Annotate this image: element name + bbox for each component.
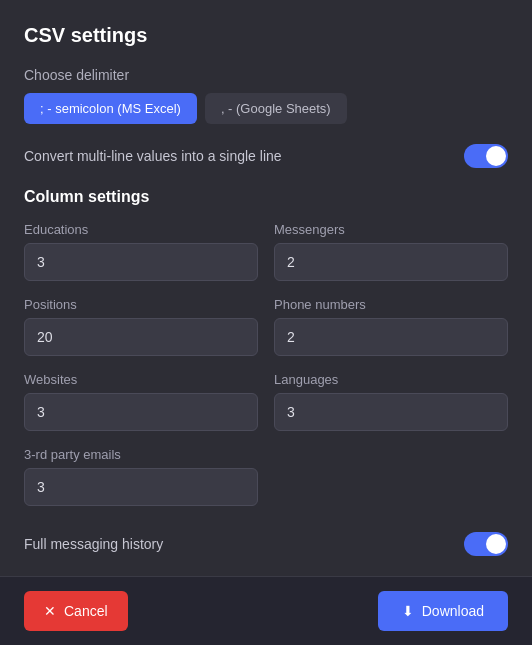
full-messaging-toggle[interactable] (464, 532, 508, 556)
download-label: Download (422, 603, 484, 619)
column-fields-grid: Educations Messengers Positions Phone nu… (24, 222, 508, 506)
download-button[interactable]: ⬇ Download (378, 591, 508, 631)
websites-input[interactable] (24, 393, 258, 431)
semicolon-delimiter-button[interactable]: ; - semicolon (MS Excel) (24, 93, 197, 124)
third-party-emails-field-group: 3-rd party emails (24, 447, 258, 506)
page-title: CSV settings (24, 24, 508, 47)
cancel-icon: ✕ (44, 603, 56, 619)
third-party-emails-label: 3-rd party emails (24, 447, 258, 462)
messengers-input[interactable] (274, 243, 508, 281)
multiline-toggle[interactable] (464, 144, 508, 168)
websites-field-group: Websites (24, 372, 258, 431)
multiline-label: Convert multi-line values into a single … (24, 148, 282, 164)
messengers-label: Messengers (274, 222, 508, 237)
phone-numbers-input[interactable] (274, 318, 508, 356)
campaign-messaging-toggle-row: Campaign messaging history (24, 566, 508, 576)
educations-field-group: Educations (24, 222, 258, 281)
delimiter-section-label: Choose delimiter (24, 67, 508, 83)
full-messaging-label: Full messaging history (24, 536, 163, 552)
educations-input[interactable] (24, 243, 258, 281)
educations-label: Educations (24, 222, 258, 237)
languages-input[interactable] (274, 393, 508, 431)
third-party-emails-input[interactable] (24, 468, 258, 506)
positions-input[interactable] (24, 318, 258, 356)
positions-label: Positions (24, 297, 258, 312)
full-messaging-toggle-row: Full messaging history (24, 522, 508, 566)
cancel-label: Cancel (64, 603, 108, 619)
languages-field-group: Languages (274, 372, 508, 431)
multiline-toggle-row: Convert multi-line values into a single … (24, 144, 508, 168)
websites-label: Websites (24, 372, 258, 387)
messengers-field-group: Messengers (274, 222, 508, 281)
column-settings-title: Column settings (24, 188, 508, 206)
languages-label: Languages (274, 372, 508, 387)
comma-delimiter-button[interactable]: , - (Google Sheets) (205, 93, 347, 124)
messaging-section: Full messaging history Campaign messagin… (24, 522, 508, 576)
phone-numbers-field-group: Phone numbers (274, 297, 508, 356)
footer: ✕ Cancel ⬇ Download (0, 576, 532, 645)
delimiter-buttons: ; - semicolon (MS Excel) , - (Google She… (24, 93, 508, 124)
download-icon: ⬇ (402, 603, 414, 619)
phone-numbers-label: Phone numbers (274, 297, 508, 312)
positions-field-group: Positions (24, 297, 258, 356)
cancel-button[interactable]: ✕ Cancel (24, 591, 128, 631)
